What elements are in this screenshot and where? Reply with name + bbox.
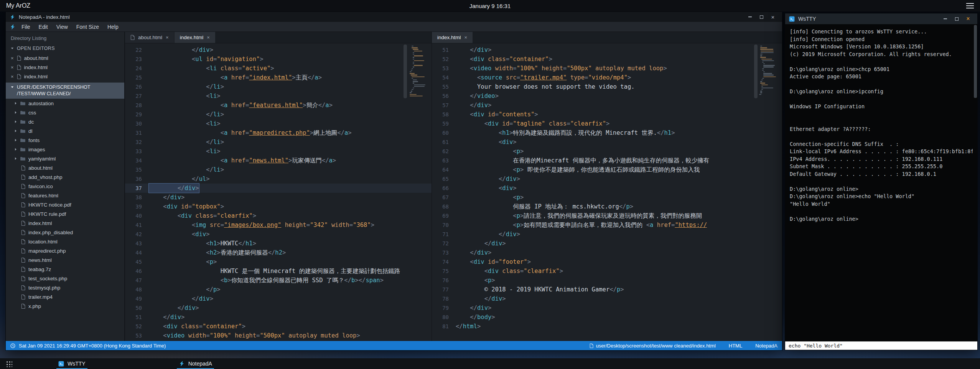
code-line[interactable]: 34 <a href="news.html">玩家傳送門</a> [125, 156, 432, 165]
maximize-button[interactable] [756, 13, 767, 21]
code-line[interactable]: 65 </div> [432, 174, 782, 184]
code-line[interactable]: 29 </li> [125, 110, 432, 119]
code-line[interactable]: 31 <a href="mapredirect.php">網上地圖</a> [125, 128, 432, 137]
code-line[interactable]: 76 <p> [432, 276, 782, 285]
system-brand[interactable]: My ArOZ [6, 2, 30, 9]
notepada-titlebar[interactable]: NotepadA - index.html × [6, 12, 782, 22]
code-line[interactable]: 41 <img src="images/box.png" height="342… [125, 220, 432, 230]
tree-folder[interactable]: fonts [6, 136, 124, 145]
minimap[interactable] [408, 46, 429, 97]
menu-edit[interactable]: Edit [35, 23, 52, 31]
code-line[interactable]: 22 </div> [125, 45, 432, 55]
tab-index.html[interactable]: index.html× [175, 32, 215, 43]
code-line[interactable]: 56 </video> [432, 91, 782, 101]
code-line[interactable]: 51 </div> [432, 45, 782, 55]
tree-file[interactable]: location.html [6, 237, 124, 246]
code-line[interactable]: 33 <li> [125, 147, 432, 156]
tree-folder[interactable]: autostation [6, 99, 124, 108]
close-icon[interactable]: × [464, 35, 468, 40]
code-line[interactable]: 58 <div id="contents"> [432, 110, 782, 119]
status-language-mode[interactable]: HTML [729, 343, 742, 349]
minimize-button[interactable] [744, 13, 755, 21]
tree-file[interactable]: add_vhost.php [6, 172, 124, 182]
tab-index.html[interactable]: index.html× [432, 32, 473, 43]
tree-file[interactable]: about.html [6, 163, 124, 172]
code-line[interactable]: 71 </div> [432, 230, 782, 239]
code-line[interactable]: 37 </div> [125, 184, 432, 193]
tree-file[interactable]: teabag.7z [6, 265, 124, 274]
tree-file[interactable]: test_sockets.php [6, 274, 124, 283]
maximize-button[interactable] [951, 15, 962, 23]
terminal-output[interactable]: [info] Conencting to arozos WsTTY servic… [785, 24, 977, 341]
app-launcher-button[interactable] [0, 358, 18, 369]
tree-file[interactable]: testmysql.php [6, 283, 124, 292]
close-icon[interactable]: × [166, 35, 169, 40]
workspace-root[interactable]: USER:/DESKTOP/SCREENSHOT /TEST/WWW CLEAN… [6, 83, 124, 99]
code-line[interactable]: 36 </ul> [125, 174, 432, 184]
code-line[interactable]: 25 <a href="index.html">主頁</a> [125, 73, 432, 82]
code-line[interactable]: 27 <li> [125, 91, 432, 101]
code-line[interactable]: 64 <p> 即使你不是建築師，你也能透過紅石師或鐵路工程師的身份加入我 [432, 165, 782, 174]
close-icon[interactable]: × [11, 56, 14, 61]
code-line[interactable]: 77 © 2018 - 2019 HKWTC Animation Gamer</… [432, 285, 782, 294]
code-line[interactable]: 70 <p>如有問題或需要申請白名單，歡迎加入我們的 <a href="http… [432, 220, 782, 230]
code-line[interactable]: 67 <p> [432, 193, 782, 202]
terminal-input[interactable]: echo "Hello World" [785, 341, 977, 350]
code-line[interactable]: 78 </div> [432, 294, 782, 303]
tree-file[interactable]: x.php [6, 301, 124, 311]
code-line[interactable]: 38 </div> [125, 193, 432, 202]
tree-folder[interactable]: yamlyamlml [6, 154, 124, 163]
status-filepath[interactable]: user/Desktop/screenshot/test/www cleaned… [596, 343, 716, 349]
code-line[interactable]: 52 <div class="container"> [432, 55, 782, 64]
menu-help[interactable]: Help [103, 23, 123, 31]
scrollbar[interactable] [404, 43, 407, 341]
open-editor-item[interactable]: ×about.html [6, 53, 124, 63]
open-editor-item[interactable]: ×index.html [6, 72, 124, 81]
code-line[interactable]: 72 </div> [432, 239, 782, 248]
code-line[interactable]: 45 <p> [125, 257, 432, 266]
code-line[interactable]: 66 <div> [432, 184, 782, 193]
code-line[interactable]: 54 <source src="trailer.mp4" type="video… [432, 73, 782, 82]
code-editor-left[interactable]: 22 </div>23 <ul id="navigation">24 <li c… [125, 43, 432, 341]
code-line[interactable]: 39 <div id="topbox"> [125, 202, 432, 211]
minimize-button[interactable] [940, 15, 950, 23]
hamburger-menu-icon[interactable] [966, 3, 974, 9]
tree-folder[interactable]: dc [6, 117, 124, 126]
code-line[interactable]: 50 </div> [125, 303, 432, 313]
code-line[interactable]: 73 </div> [432, 248, 782, 257]
code-line[interactable]: 59 <div id="tagline" class="clearfix"> [432, 119, 782, 128]
tree-file[interactable]: index.php_disabled [6, 228, 124, 237]
wstty-titlebar[interactable]: WsTTY × [785, 13, 977, 24]
menu-view[interactable]: View [52, 23, 72, 31]
code-line[interactable]: 26 </li> [125, 82, 432, 91]
code-line[interactable]: 47 <b>你知道我們全線伺服器已轉用 SSD 了嗎？</b></span> [125, 276, 432, 285]
open-editors-header[interactable]: OPEN EDITORS [6, 43, 124, 53]
close-icon[interactable]: × [207, 35, 210, 40]
tree-file[interactable]: trailer.mp4 [6, 292, 124, 301]
scrollbar[interactable] [974, 25, 977, 340]
open-editor-item[interactable]: ×index.html [6, 63, 124, 72]
code-line[interactable]: 35 </li> [125, 165, 432, 174]
code-line[interactable]: 43 <h1>HKWTC</h1> [125, 239, 432, 248]
code-line[interactable]: 74 <div id="footer"> [432, 257, 782, 266]
code-line[interactable]: 30 <li> [125, 119, 432, 128]
code-line[interactable]: 42 <div> [125, 230, 432, 239]
code-line[interactable]: 80 </body> [432, 313, 782, 322]
code-line[interactable]: 53 <video width="100%" height="500px" au… [125, 331, 432, 340]
taskbar-item-notepada[interactable]: NotepadA [173, 358, 217, 369]
tree-file[interactable]: HKWTC notice.pdf [6, 200, 124, 209]
tree-file[interactable]: features.html [6, 191, 124, 200]
code-line[interactable]: 81</html> [432, 322, 782, 331]
code-line[interactable]: 28 <a href="features.html">簡介</a> [125, 101, 432, 110]
taskbar-item-wstty[interactable]: WsTTY [53, 358, 91, 369]
close-button[interactable]: × [963, 15, 973, 23]
code-line[interactable]: 79 </div> [432, 303, 782, 313]
code-line[interactable]: 55 Your browser does not support the vid… [432, 82, 782, 91]
tab-about.html[interactable]: about.html× [125, 32, 174, 43]
code-line[interactable]: 46 HKWTC 是一個 Minecraft 的建築伺服器，主要建築計劃包括鐵路 [125, 266, 432, 276]
tree-file[interactable]: news.html [6, 255, 124, 265]
code-line[interactable]: 40 <div class="clearfix"> [125, 211, 432, 220]
code-line[interactable]: 49 </div> [125, 294, 432, 303]
close-icon[interactable]: × [11, 65, 14, 70]
code-line[interactable]: 24 <li class="active"> [125, 64, 432, 73]
